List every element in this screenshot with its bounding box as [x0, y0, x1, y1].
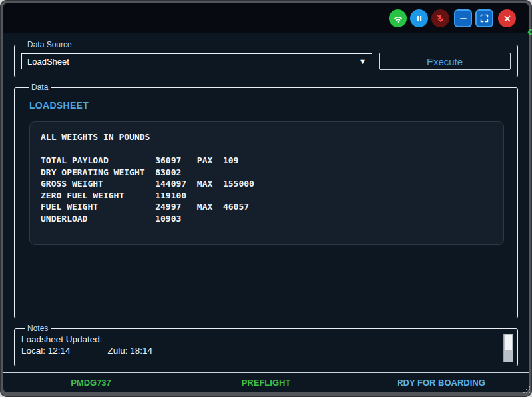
notes-line1: Loadsheet Updated: [21, 334, 503, 345]
data-group: Data LOADSHEET ALL WEIGHTS IN POUNDS TOT… [14, 83, 518, 318]
dropdown-selected-value: LoadSheet [27, 57, 69, 67]
loadsheet-title: LOADSHEET [29, 100, 508, 111]
wifi-icon [393, 13, 403, 24]
execute-button[interactable]: Execute [379, 53, 511, 70]
main-content: Data Source LoadSheet ▼ Execute Data LOA… [3, 33, 529, 366]
notes-legend: Notes [25, 324, 51, 333]
notes-scrollbar-thumb[interactable] [505, 335, 512, 350]
data-source-group: Data Source LoadSheet ▼ Execute [14, 40, 518, 77]
window-frame: Data Source LoadSheet ▼ Execute Data LOA… [0, 0, 532, 397]
notes-scrollbar[interactable] [503, 334, 513, 362]
notes-zulu-time: Zulu: 18:14 [108, 346, 153, 356]
status-phase: PREFLIGHT [178, 378, 354, 388]
notes-local-time: Local: 12:14 [21, 346, 71, 356]
data-legend: Data [29, 83, 51, 92]
minus-icon [459, 14, 468, 23]
notes-group: Notes Loadsheet Updated: Local: 12:14Zul… [14, 324, 518, 366]
titlebar[interactable] [3, 3, 529, 33]
mic-muted-button[interactable] [431, 9, 449, 27]
notes-line2: Local: 12:14Zulu: 18:14 [21, 345, 503, 356]
resize-grip-icon[interactable] [522, 384, 531, 396]
pause-icon [415, 14, 424, 23]
app-window: Data Source LoadSheet ▼ Execute Data LOA… [3, 3, 529, 392]
mic-off-icon [435, 13, 445, 23]
notes-text: Loadsheet Updated: Local: 12:14Zulu: 18:… [20, 333, 503, 362]
maximize-button[interactable] [475, 9, 493, 27]
close-icon [503, 14, 512, 23]
expand-icon [479, 13, 489, 23]
minimize-button[interactable] [454, 9, 472, 27]
pause-button[interactable] [410, 9, 428, 27]
connection-button[interactable] [389, 9, 407, 27]
titlebar-buttons [389, 9, 516, 27]
close-button[interactable] [498, 9, 516, 27]
notes-box[interactable]: Loadsheet Updated: Local: 12:14Zulu: 18:… [20, 333, 513, 362]
data-source-dropdown[interactable]: LoadSheet ▼ [21, 53, 372, 69]
loadsheet-panel: ALL WEIGHTS IN POUNDS TOTAL PAYLOAD 3609… [29, 121, 504, 245]
chevron-down-icon: ▼ [359, 57, 366, 65]
status-boarding: RDY FOR BOARDING [354, 378, 529, 388]
status-aircraft: PMDG737 [3, 378, 178, 388]
loadsheet-text: ALL WEIGHTS IN POUNDS TOTAL PAYLOAD 3609… [41, 131, 503, 224]
status-bar: PMDG737 PREFLIGHT RDY FOR BOARDING [3, 372, 529, 392]
data-source-legend: Data Source [25, 40, 75, 49]
recycle-overlay-icon: ♻ [527, 27, 532, 37]
